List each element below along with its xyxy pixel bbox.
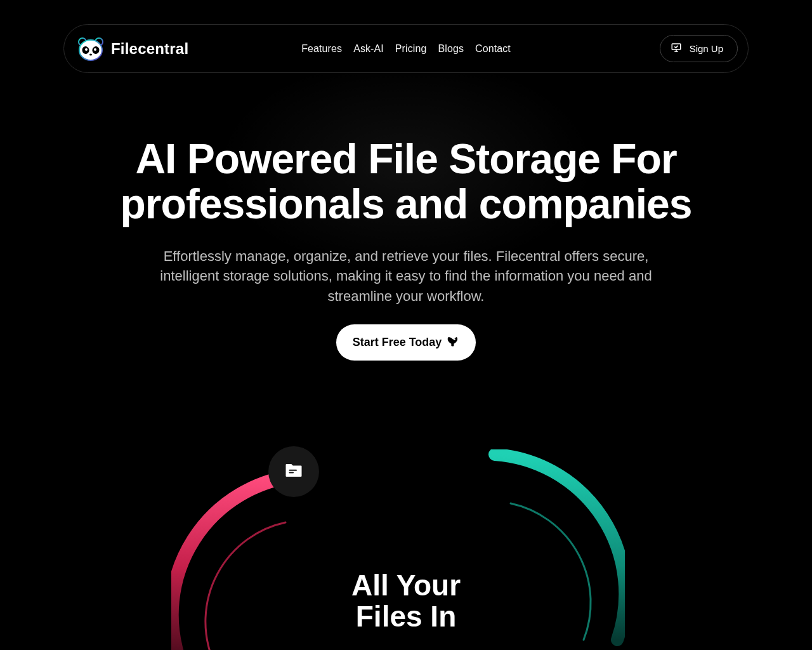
hero-subtitle: Effortlessly manage, organize, and retri… <box>143 246 669 307</box>
rocket-icon <box>447 335 459 350</box>
hero-title-line2: professionals and companies <box>121 180 692 227</box>
svg-point-7 <box>89 53 92 55</box>
start-free-button[interactable]: Start Free Today <box>336 324 476 361</box>
svg-point-5 <box>85 48 88 51</box>
hero-title-line1: AI Powered File Storage For <box>135 135 676 182</box>
nav-link-features[interactable]: Features <box>301 43 342 55</box>
arc-left-decorative-icon <box>171 468 336 650</box>
below-fold-section: All Your Files In <box>0 449 812 650</box>
folder-icon <box>284 462 303 481</box>
section-heading-line2: Files In <box>356 600 456 633</box>
signup-button[interactable]: Sign Up <box>660 35 738 62</box>
svg-rect-12 <box>289 470 298 471</box>
hero-title: AI Powered File Storage For professional… <box>51 136 761 227</box>
svg-point-11 <box>454 338 456 340</box>
nav-link-pricing[interactable]: Pricing <box>395 43 427 55</box>
cta-label: Start Free Today <box>353 336 442 349</box>
nav-links: Features Ask-AI Pricing Blogs Contact <box>301 43 511 55</box>
panda-logo-icon <box>77 36 105 62</box>
hero: AI Powered File Storage For professional… <box>0 136 812 361</box>
svg-point-6 <box>94 48 96 51</box>
section-heading: All Your Files In <box>351 570 461 632</box>
navbar: Filecentral Features Ask-AI Pricing Blog… <box>63 24 749 73</box>
svg-rect-13 <box>289 472 294 474</box>
svg-rect-8 <box>672 44 681 50</box>
presentation-icon <box>671 42 682 55</box>
arc-right-decorative-icon <box>460 449 625 650</box>
logo[interactable]: Filecentral <box>77 36 188 62</box>
nav-link-blogs[interactable]: Blogs <box>438 43 464 55</box>
nav-link-contact[interactable]: Contact <box>475 43 511 55</box>
section-heading-line1: All Your <box>351 569 461 602</box>
nav-link-ask-ai[interactable]: Ask-AI <box>353 43 384 55</box>
folder-badge <box>268 446 319 497</box>
brand-name: Filecentral <box>111 40 188 58</box>
signup-label: Sign Up <box>690 43 723 54</box>
